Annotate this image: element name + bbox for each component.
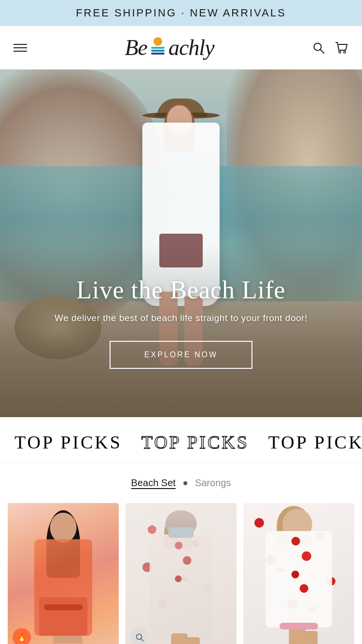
product-2-image — [125, 503, 237, 644]
product-2-badge — [130, 628, 149, 644]
top-picks-marquee: TOP PICKS TOP PICKS TOP PICKS — [0, 417, 362, 463]
product-3-image — [243, 503, 354, 644]
product-1-badge: 🔥 — [13, 628, 31, 644]
wave-line-2 — [151, 50, 165, 52]
p1-face — [50, 513, 77, 543]
header-icons — [312, 41, 348, 55]
svg-point-2 — [339, 51, 341, 53]
svg-line-5 — [141, 639, 143, 641]
menu-line-1 — [14, 44, 27, 45]
p3-s-flower-1 — [292, 537, 300, 546]
svg-line-1 — [320, 50, 324, 53]
product-card-3[interactable] — [243, 503, 354, 644]
p2-k-flower-1 — [175, 542, 182, 549]
p2-leg-r — [183, 637, 200, 644]
product-1-image — [19, 510, 108, 644]
cart-icon[interactable] — [335, 41, 348, 55]
p1-leg-r — [64, 636, 83, 644]
menu-line-3 — [14, 51, 27, 52]
menu-line-2 — [14, 47, 27, 48]
logo-text-2: achly — [168, 35, 214, 60]
top-picks-item-2: TOP PICKS — [141, 432, 249, 453]
logo[interactable]: Be achly — [27, 35, 312, 60]
p3-s-flower-2 — [302, 551, 311, 561]
product-grid: 🔥 — [0, 498, 362, 644]
filter-tab-beach-set[interactable]: Beach Set — [131, 477, 176, 489]
wave-line-1 — [151, 47, 165, 49]
top-banner: FREE SHIPPING · NEW ARRIVALS — [0, 0, 362, 26]
hero-content: Live the Beach Life We deliver the best … — [0, 276, 362, 369]
p2-kimono — [150, 534, 212, 641]
hero-section: Live the Beach Life We deliver the best … — [0, 70, 362, 417]
p2-k-flower-3 — [175, 575, 181, 582]
p2-flower-1 — [148, 525, 156, 534]
svg-point-0 — [314, 43, 321, 50]
top-picks-item-3: TOP PICKS — [268, 432, 362, 453]
logo-decoration — [151, 37, 165, 55]
header: Be achly — [0, 26, 362, 70]
p3-flower-1 — [254, 518, 264, 528]
p2-k-flower-2 — [183, 556, 192, 565]
explore-now-button[interactable]: EXPLORE NOW — [110, 341, 252, 369]
p1-tie — [44, 604, 83, 610]
p3-leg-r — [301, 631, 318, 644]
p3-s-flower-4 — [300, 584, 308, 593]
wave-line-3 — [151, 53, 165, 55]
product-card-2[interactable] — [125, 503, 237, 644]
filter-tabs: Beach Set Sarongs — [0, 463, 362, 498]
filter-tab-sarongs[interactable]: Sarongs — [195, 477, 231, 489]
hero-subtitle: We deliver the best of beach life straig… — [19, 313, 343, 323]
p3-waistband — [279, 623, 318, 630]
svg-point-3 — [344, 51, 346, 53]
filter-separator — [183, 481, 187, 485]
top-picks-item-1: TOP PICKS — [0, 432, 122, 453]
logo-waves-icon — [151, 47, 165, 55]
p1-bottom — [39, 597, 87, 636]
p2-bikini-top — [168, 527, 194, 538]
hero-title: Live the Beach Life — [19, 276, 343, 304]
logo-text: Be — [125, 35, 147, 60]
p3-shirt — [265, 531, 332, 628]
banner-text: FREE SHIPPING · NEW ARRIVALS — [76, 7, 286, 19]
product-card-1[interactable]: 🔥 — [8, 503, 119, 644]
logo-sun-icon — [153, 37, 162, 46]
p3-s-flower-3 — [292, 571, 299, 578]
menu-button[interactable] — [14, 44, 27, 52]
search-icon[interactable] — [312, 41, 325, 55]
